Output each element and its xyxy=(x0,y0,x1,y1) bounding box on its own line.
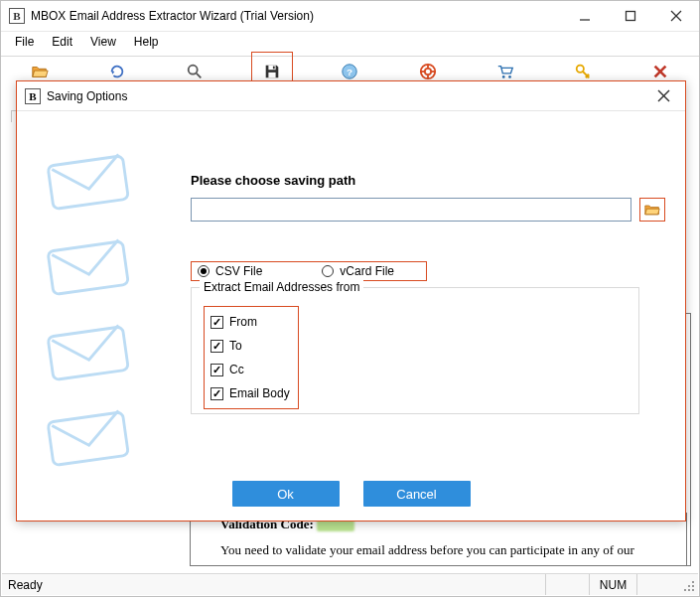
svg-point-4 xyxy=(189,65,198,74)
dialog-content: Please choose saving path CSV File vCard… xyxy=(191,173,665,414)
envelope-decoration xyxy=(45,141,154,467)
svg-line-5 xyxy=(197,73,202,77)
dialog-title: Saving Options xyxy=(47,89,127,103)
saving-path-input[interactable] xyxy=(191,198,631,222)
svg-rect-31 xyxy=(48,241,128,295)
window-title: MBOX Email Address Extractor Wizard (Tri… xyxy=(31,9,314,23)
cart-icon xyxy=(496,63,514,80)
menu-view[interactable]: View xyxy=(82,33,124,51)
envelope-icon xyxy=(45,226,139,296)
svg-rect-30 xyxy=(48,156,128,210)
dialog-close-button[interactable] xyxy=(641,81,685,111)
menu-edit[interactable]: Edit xyxy=(44,33,80,51)
checkbox-to-label: To xyxy=(229,339,242,353)
extract-groupbox: Extract Email Addresses from From To xyxy=(191,287,639,414)
menu-file[interactable]: File xyxy=(7,33,42,51)
checkbox-icon xyxy=(210,316,223,329)
svg-rect-33 xyxy=(48,412,128,466)
svg-rect-26 xyxy=(688,589,690,591)
checkbox-cc-label: Cc xyxy=(229,363,244,376)
svg-rect-24 xyxy=(692,585,694,587)
minimize-button[interactable] xyxy=(562,1,608,32)
app-icon: B xyxy=(9,8,25,24)
svg-rect-8 xyxy=(273,66,275,69)
status-num: NUM xyxy=(589,574,636,595)
radio-csv[interactable]: CSV File xyxy=(198,264,262,278)
dialog-body: Please choose saving path CSV File vCard… xyxy=(17,111,685,521)
refresh-icon xyxy=(108,63,126,80)
svg-rect-25 xyxy=(684,589,686,591)
svg-point-19 xyxy=(577,65,584,72)
checkbox-icon xyxy=(210,340,223,353)
format-radiogroup: CSV File vCard File xyxy=(191,261,427,281)
radio-csv-label: CSV File xyxy=(215,264,262,278)
svg-rect-32 xyxy=(48,327,128,380)
checkbox-icon xyxy=(210,364,223,376)
extract-checkbox-column: From To Cc Email Body xyxy=(204,306,299,409)
svg-text:?: ? xyxy=(347,66,352,76)
envelope-icon xyxy=(45,312,139,381)
folder-open-icon xyxy=(644,203,660,217)
svg-point-18 xyxy=(508,75,511,78)
svg-rect-1 xyxy=(627,12,635,21)
dialog-button-row: Ok Cancel xyxy=(17,481,685,507)
ok-button[interactable]: Ok xyxy=(232,481,340,507)
saving-path-label: Please choose saving path xyxy=(191,173,665,188)
dialog-titlebar: B Saving Options xyxy=(17,81,685,111)
saving-options-dialog: B Saving Options Please choose saving pa… xyxy=(16,80,686,522)
key-icon xyxy=(574,63,592,80)
help-icon: ? xyxy=(341,63,358,80)
svg-point-12 xyxy=(424,68,430,74)
checkbox-from[interactable]: From xyxy=(210,315,292,329)
save-icon xyxy=(263,63,281,80)
status-empty-1 xyxy=(545,574,589,595)
svg-rect-27 xyxy=(692,589,694,591)
groupbox-legend: Extract Email Addresses from xyxy=(200,280,363,294)
checkbox-body-label: Email Body xyxy=(229,386,290,400)
radio-vcard-label: vCard File xyxy=(340,264,394,278)
status-ready: Ready xyxy=(2,578,545,592)
checkbox-from-label: From xyxy=(229,315,257,329)
checkbox-cc[interactable]: Cc xyxy=(210,363,292,376)
status-empty-2 xyxy=(636,574,680,595)
validation-instruction: You need to validate your email address … xyxy=(220,542,656,558)
svg-rect-7 xyxy=(269,72,276,76)
svg-rect-23 xyxy=(688,585,690,587)
close-red-icon xyxy=(651,63,669,80)
browse-button[interactable] xyxy=(639,198,665,222)
resize-grip[interactable] xyxy=(680,574,698,595)
search-icon xyxy=(186,63,204,80)
svg-point-17 xyxy=(502,75,505,78)
menu-help[interactable]: Help xyxy=(126,33,167,51)
checkbox-icon xyxy=(210,387,223,400)
checkbox-to[interactable]: To xyxy=(210,339,292,353)
dialog-app-icon: B xyxy=(25,88,41,104)
maximize-button[interactable] xyxy=(608,1,653,32)
svg-rect-22 xyxy=(692,581,694,583)
main-window: B MBOX Email Address Extractor Wizard (T… xyxy=(0,0,700,597)
radio-dot-icon xyxy=(198,265,210,277)
folder-open-icon xyxy=(31,63,49,80)
lifebuoy-icon xyxy=(419,63,437,80)
menu-bar: File Edit View Help xyxy=(1,32,699,52)
envelope-icon xyxy=(45,397,139,467)
checkbox-body[interactable]: Email Body xyxy=(210,386,292,400)
status-bar: Ready NUM xyxy=(2,573,698,595)
radio-dot-icon xyxy=(322,265,334,277)
close-button[interactable] xyxy=(653,1,699,32)
title-bar: B MBOX Email Address Extractor Wizard (T… xyxy=(1,1,699,32)
cancel-button[interactable]: Cancel xyxy=(363,481,471,507)
envelope-icon xyxy=(45,141,139,211)
radio-vcard[interactable]: vCard File xyxy=(322,264,394,278)
